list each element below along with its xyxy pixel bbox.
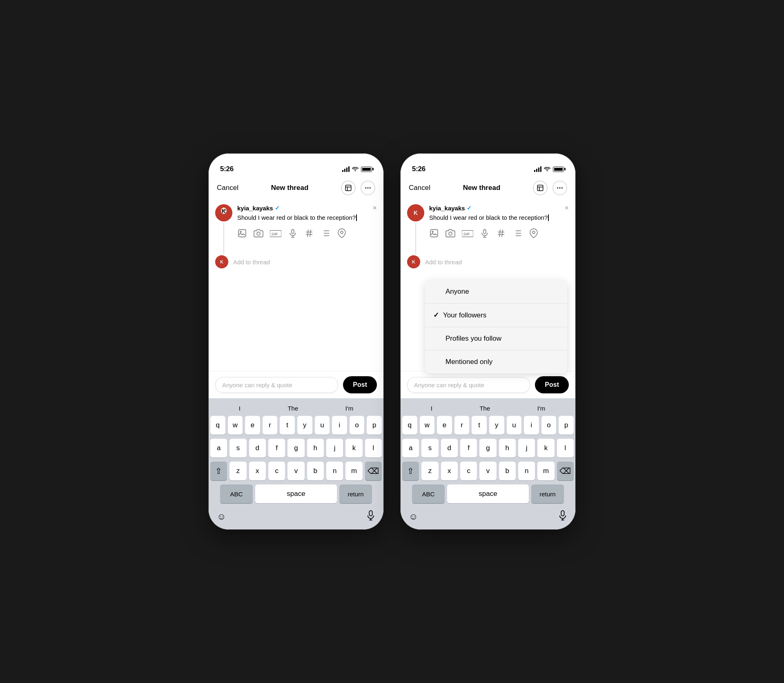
key-u-left[interactable]: u (315, 416, 330, 435)
add-to-thread-left[interactable]: K Add to thread (215, 250, 377, 273)
key-l-left[interactable]: l (365, 439, 382, 458)
key-r-right[interactable]: r (454, 416, 470, 435)
suggestion-2-right[interactable]: The (479, 405, 490, 412)
reply-audience-dropdown[interactable]: Anyone ✓ Your followers Profiles you fol… (425, 280, 567, 322)
key-q-left[interactable]: q (210, 416, 225, 435)
dropdown-item-anyone[interactable]: Anyone (425, 280, 567, 304)
emoji-icon-right[interactable]: ☺ (409, 511, 418, 522)
key-q-right[interactable]: q (402, 416, 417, 435)
key-c-right[interactable]: c (460, 462, 477, 480)
key-s-left[interactable]: s (229, 439, 246, 458)
key-n-left[interactable]: n (326, 462, 343, 480)
key-f-left[interactable]: f (268, 439, 285, 458)
key-r-left[interactable]: r (263, 416, 278, 435)
key-i-left[interactable]: i (332, 416, 347, 435)
camera-icon-right[interactable] (445, 228, 455, 241)
key-o-left[interactable]: o (350, 416, 365, 435)
key-shift-left[interactable]: ⇧ (210, 462, 227, 480)
location-icon-left[interactable] (337, 228, 347, 241)
key-k-right[interactable]: k (537, 439, 554, 458)
key-f-right[interactable]: f (460, 439, 477, 458)
list-icon-right[interactable] (512, 228, 522, 241)
key-a-left[interactable]: a (210, 439, 227, 458)
key-e-left[interactable]: e (245, 416, 260, 435)
gif-icon-left[interactable]: GIF (270, 229, 281, 240)
key-p-left[interactable]: p (367, 416, 382, 435)
key-m-left[interactable]: m (345, 462, 362, 480)
post-button-left[interactable]: Post (343, 376, 377, 393)
key-backspace-left[interactable]: ⌫ (365, 462, 382, 480)
key-space-left[interactable]: space (255, 484, 337, 503)
key-e-right[interactable]: e (437, 416, 452, 435)
key-d-right[interactable]: d (441, 439, 458, 458)
reply-pill-left[interactable]: Anyone can reply & quote (215, 377, 338, 393)
key-g-left[interactable]: g (287, 439, 304, 458)
key-return-right[interactable]: return (531, 484, 564, 503)
suggestion-2-left[interactable]: The (287, 405, 298, 412)
more-icon-left[interactable] (361, 181, 375, 195)
key-v-right[interactable]: v (479, 462, 496, 480)
key-i-right[interactable]: i (524, 416, 539, 435)
key-y-right[interactable]: y (489, 416, 504, 435)
key-j-right[interactable]: j (518, 439, 535, 458)
key-v-left[interactable]: v (287, 462, 304, 480)
key-d-left[interactable]: d (249, 439, 266, 458)
key-n-right[interactable]: n (518, 462, 535, 480)
location-icon-right[interactable] (529, 228, 539, 241)
key-a-right[interactable]: a (402, 439, 419, 458)
key-w-right[interactable]: w (420, 416, 435, 435)
emoji-icon-left[interactable]: ☺ (217, 511, 226, 522)
key-z-right[interactable]: z (421, 462, 438, 480)
thread-text-left[interactable]: Should I wear red or black to the recept… (237, 213, 377, 222)
key-x-right[interactable]: x (441, 462, 458, 480)
suggestion-1-right[interactable]: I (431, 405, 432, 412)
draft-icon-right[interactable] (533, 181, 548, 195)
key-h-right[interactable]: h (499, 439, 516, 458)
keyboard-mic-icon-right[interactable] (558, 510, 567, 524)
key-l-right[interactable]: l (557, 439, 574, 458)
close-compose-left[interactable]: × (372, 204, 377, 212)
cancel-button-right[interactable]: Cancel (409, 184, 430, 192)
key-o-right[interactable]: o (541, 416, 557, 435)
cancel-button-left[interactable]: Cancel (217, 184, 238, 192)
list-icon-left[interactable] (321, 228, 330, 241)
mic-icon-left[interactable] (288, 228, 298, 241)
key-z-left[interactable]: z (229, 462, 246, 480)
key-t-left[interactable]: t (280, 416, 295, 435)
hash-icon-right[interactable] (496, 228, 506, 241)
thread-text-right[interactable]: Should I wear red or black to the recept… (429, 213, 569, 222)
key-backspace-right[interactable]: ⌫ (557, 462, 574, 480)
add-to-thread-right[interactable]: K Add to thread (407, 250, 569, 273)
key-x-left[interactable]: x (249, 462, 266, 480)
more-icon-right[interactable] (552, 181, 567, 195)
keyboard-mic-icon-left[interactable] (366, 510, 375, 524)
gif-icon-right[interactable]: GIF (462, 229, 473, 240)
image-icon-right[interactable] (429, 228, 439, 241)
key-space-right[interactable]: space (447, 484, 529, 503)
hash-icon-left[interactable] (304, 228, 314, 241)
key-y-left[interactable]: y (297, 416, 312, 435)
key-abc-right[interactable]: ABC (412, 484, 445, 503)
key-u-right[interactable]: u (507, 416, 522, 435)
camera-icon-left[interactable] (254, 228, 263, 241)
key-t-right[interactable]: t (472, 416, 487, 435)
key-shift-right[interactable]: ⇧ (402, 462, 419, 480)
suggestion-1-left[interactable]: I (239, 405, 241, 412)
suggestion-3-right[interactable]: I'm (537, 405, 546, 412)
dropdown-item-followers[interactable]: ✓ Your followers (425, 304, 567, 322)
key-p-right[interactable]: p (559, 416, 574, 435)
key-h-left[interactable]: h (307, 439, 324, 458)
image-icon-left[interactable] (237, 228, 247, 241)
key-b-right[interactable]: b (499, 462, 516, 480)
key-k-left[interactable]: k (345, 439, 362, 458)
reply-pill-right[interactable]: Anyone can reply & quote (407, 377, 530, 393)
key-c-left[interactable]: c (268, 462, 285, 480)
key-s-right[interactable]: s (421, 439, 438, 458)
key-b-left[interactable]: b (307, 462, 324, 480)
suggestion-3-left[interactable]: I'm (345, 405, 354, 412)
key-m-right[interactable]: m (537, 462, 554, 480)
key-j-left[interactable]: j (326, 439, 343, 458)
key-return-left[interactable]: return (339, 484, 372, 503)
key-w-left[interactable]: w (228, 416, 243, 435)
mic-icon-right[interactable] (480, 228, 490, 241)
